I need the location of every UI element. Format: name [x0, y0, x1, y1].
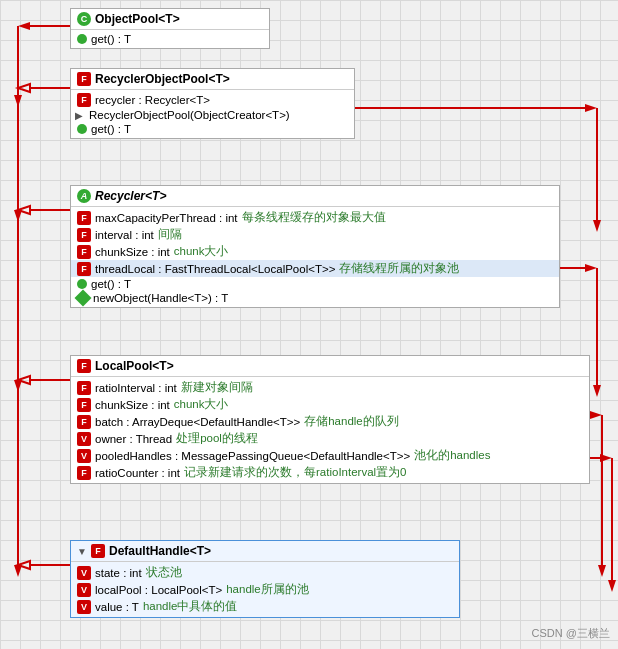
method-recycler-newobject: newObject(Handle<T>) : T — [93, 292, 228, 304]
comment-maxcap: 每条线程缓存的对象最大值 — [242, 210, 386, 225]
vis-F-threadlocal: F — [77, 262, 91, 276]
uml-box-localpool: F LocalPool<T> F ratioInterval : int 新建对… — [70, 355, 590, 484]
uml-box-recycler: A Recycler<T> F maxCapacityPerThread : i… — [70, 185, 560, 308]
field-lp-ratio: ratioInterval : int — [95, 382, 177, 394]
uml-row-rop-recycler: F recycler : Recycler<T> — [71, 92, 354, 108]
comment-lp-ratio: 新建对象间隔 — [181, 380, 253, 395]
comment-dh-localpool: handle所属的池 — [226, 582, 309, 597]
svg-marker-3 — [14, 95, 22, 107]
field-maxcap: maxCapacityPerThread : int — [95, 212, 238, 224]
uml-row-recycler-threadlocal: F threadLocal : FastThreadLocal<LocalPoo… — [71, 260, 559, 277]
vis-F-lp-ratiocounter: F — [77, 466, 91, 480]
comment-lp-chunksize: chunk大小 — [174, 397, 229, 412]
uml-row-lp-owner: V owner : Thread 处理pool的线程 — [71, 430, 589, 447]
svg-marker-1 — [18, 22, 30, 30]
vis-V-lp-owner: V — [77, 432, 91, 446]
diagram-container: C ObjectPool<T> get() : T F RecyclerObje… — [0, 0, 618, 649]
class-name-recyclerobjectpool: RecyclerObjectPool<T> — [95, 72, 230, 86]
field-lp-owner: owner : Thread — [95, 433, 172, 445]
svg-marker-29 — [608, 580, 616, 592]
comment-lp-pooledhandles: 池化的handles — [414, 448, 490, 463]
vis-F-lp-chunksize: F — [77, 398, 91, 412]
svg-marker-9 — [18, 206, 30, 214]
class-name-localpool: LocalPool<T> — [95, 359, 174, 373]
field-dh-state: state : int — [95, 567, 142, 579]
watermark: CSDN @三横兰 — [532, 626, 610, 641]
vis-F-rop-recycler: F — [77, 93, 91, 107]
svg-marker-23 — [585, 264, 597, 272]
uml-header-recyclerobjectpool: F RecyclerObjectPool<T> — [71, 69, 354, 90]
uml-body-defaulthandle: V state : int 状态池 V localPool : LocalPoo… — [71, 562, 459, 617]
comment-lp-ratiocounter: 记录新建请求的次数，每ratioInterval置为0 — [184, 465, 406, 480]
expand-icon-rop: ▶ — [75, 110, 85, 121]
field-dh-value: value : T — [95, 601, 139, 613]
uml-row-lp-chunksize: F chunkSize : int chunk大小 — [71, 396, 589, 413]
svg-marker-11 — [14, 380, 22, 392]
field-chunksize: chunkSize : int — [95, 246, 170, 258]
uml-row-rop-constructor[interactable]: ▶ RecyclerObjectPool(ObjectCreator<T>) — [71, 108, 354, 122]
svg-marker-13 — [18, 376, 30, 384]
vis-icon-rop-get — [77, 124, 87, 134]
vis-V-dh-value: V — [77, 600, 91, 614]
class-icon-recycler: A — [77, 189, 91, 203]
svg-marker-27 — [600, 454, 612, 462]
vis-V-lp-pooledhandles: V — [77, 449, 91, 463]
class-name-defaulthandle: DefaultHandle<T> — [109, 544, 211, 558]
svg-marker-7 — [14, 210, 22, 222]
class-icon-recyclerobjectpool: F — [77, 72, 91, 86]
svg-marker-19 — [585, 104, 597, 112]
svg-marker-21 — [593, 220, 601, 232]
comment-lp-batch: 存储handle的队列 — [304, 414, 399, 429]
comment-dh-state: 状态池 — [146, 565, 182, 580]
expand-icon-defaulthandle[interactable]: ▼ — [77, 546, 87, 557]
uml-row-dh-localpool: V localPool : LocalPool<T> handle所属的池 — [71, 581, 459, 598]
uml-box-recyclerobjectpool: F RecyclerObjectPool<T> F recycler : Rec… — [70, 68, 355, 139]
field-threadlocal: threadLocal : FastThreadLocal<LocalPool<… — [95, 263, 335, 275]
class-icon-defaulthandle: F — [91, 544, 105, 558]
vis-F-interval: F — [77, 228, 91, 242]
uml-row-lp-batch: F batch : ArrayDeque<DefaultHandle<T>> 存… — [71, 413, 589, 430]
uml-row-objectpool-get: get() : T — [71, 32, 269, 46]
uml-header-defaulthandle: ▼ F DefaultHandle<T> — [71, 541, 459, 562]
method-objectpool-get: get() : T — [91, 33, 131, 45]
class-name-recycler: Recycler<T> — [95, 189, 166, 203]
vis-F-chunksize: F — [77, 245, 91, 259]
class-icon-localpool: F — [77, 359, 91, 373]
vis-F-ratio: F — [77, 381, 91, 395]
uml-row-lp-ratio: F ratioInterval : int 新建对象间隔 — [71, 379, 589, 396]
field-interval: interval : int — [95, 229, 154, 241]
method-recycler-get: get() : T — [91, 278, 131, 290]
method-rop-get: get() : T — [91, 123, 131, 135]
field-dh-localpool: localPool : LocalPool<T> — [95, 584, 222, 596]
uml-row-rop-get: get() : T — [71, 122, 354, 136]
field-lp-batch: batch : ArrayDeque<DefaultHandle<T>> — [95, 416, 300, 428]
uml-row-lp-pooledhandles: V pooledHandles : MessagePassingQueue<De… — [71, 447, 589, 464]
field-lp-ratiocounter: ratioCounter : int — [95, 467, 180, 479]
comment-lp-owner: 处理pool的线程 — [176, 431, 258, 446]
uml-row-recycler-chunksize: F chunkSize : int chunk大小 — [71, 243, 559, 260]
uml-box-objectpool: C ObjectPool<T> get() : T — [70, 8, 270, 49]
comment-interval: 间隔 — [158, 227, 182, 242]
uml-row-recycler-newobject: newObject(Handle<T>) : T — [71, 291, 559, 305]
field-rop-recycler: recycler : Recycler<T> — [95, 94, 210, 106]
uml-row-recycler-get: get() : T — [71, 277, 559, 291]
comment-chunksize: chunk大小 — [174, 244, 229, 259]
class-name-objectpool: ObjectPool<T> — [95, 12, 180, 26]
vis-F-maxcap: F — [77, 211, 91, 225]
svg-marker-33 — [598, 565, 606, 577]
section-rop-constructor: RecyclerObjectPool(ObjectCreator<T>) — [89, 109, 290, 121]
uml-row-dh-state: V state : int 状态池 — [71, 564, 459, 581]
vis-icon-objectpool-get — [77, 34, 87, 44]
uml-body-recycler: F maxCapacityPerThread : int 每条线程缓存的对象最大… — [71, 207, 559, 307]
uml-header-localpool: F LocalPool<T> — [71, 356, 589, 377]
vis-icon-recycler-get — [77, 279, 87, 289]
vis-V-dh-localpool: V — [77, 583, 91, 597]
uml-row-lp-ratiocounter: F ratioCounter : int 记录新建请求的次数，每ratioInt… — [71, 464, 589, 481]
field-lp-pooledhandles: pooledHandles : MessagePassingQueue<Defa… — [95, 450, 410, 462]
uml-row-recycler-interval: F interval : int 间隔 — [71, 226, 559, 243]
svg-marker-25 — [593, 385, 601, 397]
svg-marker-31 — [590, 411, 602, 419]
uml-body-localpool: F ratioInterval : int 新建对象间隔 F chunkSize… — [71, 377, 589, 483]
vis-F-lp-batch: F — [77, 415, 91, 429]
svg-marker-15 — [14, 565, 22, 577]
